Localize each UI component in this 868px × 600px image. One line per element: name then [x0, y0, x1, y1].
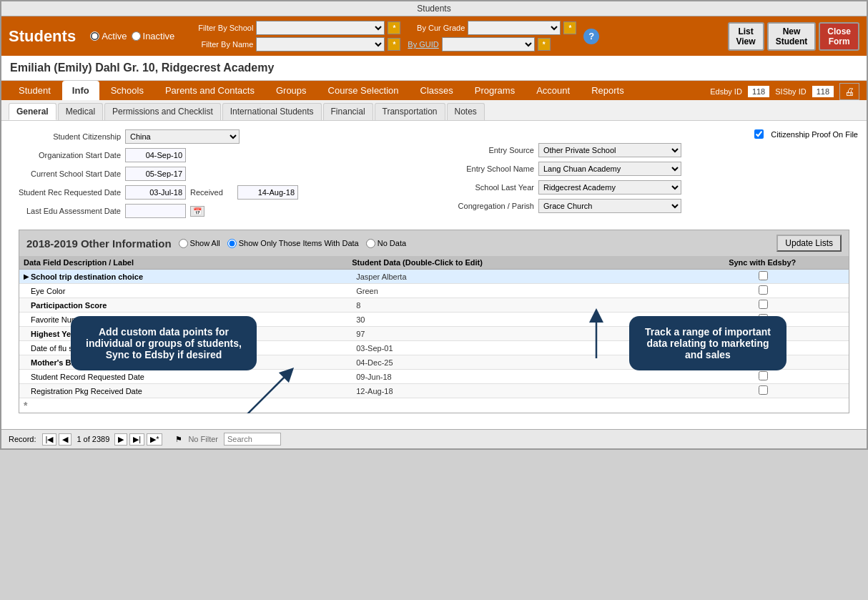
- subtab-international[interactable]: International Students: [222, 103, 322, 120]
- citizenship-label: Student Citizenship: [10, 132, 121, 141]
- org-start-input[interactable]: [125, 148, 186, 162]
- guid-row: By GUID *: [408, 37, 576, 51]
- new-student-button[interactable]: NewStudent: [767, 22, 817, 51]
- filter-icon: ⚑: [175, 435, 182, 444]
- rec-requested-input[interactable]: [125, 185, 186, 200]
- active-radio-label[interactable]: Active: [90, 31, 127, 41]
- sync-checkbox[interactable]: [759, 271, 768, 280]
- sub-tabs: General Medical Permissions and Checklis…: [1, 100, 867, 121]
- callout-right: Track a range of important data relating…: [629, 316, 786, 370]
- show-only-radio[interactable]: [227, 239, 237, 248]
- table-row[interactable]: Student Record Requested Date 09-Jun-18: [19, 370, 849, 384]
- show-only-radio-label[interactable]: Show Only Those Items With Data: [227, 239, 359, 248]
- nav-new-button[interactable]: ▶*: [147, 433, 162, 446]
- subtab-transportation[interactable]: Transportation: [375, 103, 445, 120]
- title-bar: Students: [1, 1, 867, 16]
- close-form-button[interactable]: CloseForm: [819, 22, 859, 51]
- row-value: 09-Jun-18: [356, 373, 681, 381]
- received-input[interactable]: [237, 185, 298, 200]
- filter-school-select[interactable]: [256, 21, 385, 35]
- no-filter-label: No Filter: [188, 435, 218, 443]
- title-bar-text: Students: [417, 4, 450, 14]
- citizenship-proof-checkbox[interactable]: [754, 129, 764, 139]
- tab-info[interactable]: Info: [62, 81, 99, 100]
- org-start-row: Organization Start Date: [10, 148, 427, 162]
- citizenship-select[interactable]: China: [125, 129, 240, 144]
- filter-name-select[interactable]: [256, 37, 385, 51]
- list-view-button[interactable]: ListView: [728, 22, 764, 51]
- nav-prev-button[interactable]: ◀: [59, 433, 71, 446]
- sisby-id-label: SISby ID: [775, 87, 806, 96]
- nav-last-button[interactable]: ▶|: [129, 433, 144, 446]
- grade-btn[interactable]: *: [563, 21, 576, 34]
- rec-requested-row: Student Rec Requested Date Received: [10, 185, 427, 200]
- received-label: Received: [190, 188, 233, 197]
- last-edu-input[interactable]: [125, 204, 186, 218]
- school-last-year-row: School Last Year Ridgecrest Academy: [441, 180, 858, 195]
- record-current: 1 of 2389: [77, 435, 109, 443]
- tab-parents[interactable]: Parents and Contacts: [155, 81, 265, 100]
- form-area: Student Citizenship China Organization S…: [1, 121, 867, 429]
- entry-school-select[interactable]: Lang Chuan Academy: [538, 162, 681, 176]
- app-title: Students: [9, 27, 76, 46]
- last-edu-label: Last Edu Assessment Date: [10, 207, 121, 215]
- sync-checkbox[interactable]: [759, 285, 768, 295]
- no-data-radio-label[interactable]: No Data: [366, 239, 406, 248]
- tab-account[interactable]: Account: [526, 81, 580, 100]
- tab-student[interactable]: Student: [9, 81, 61, 100]
- by-guid-link[interactable]: By GUID: [408, 40, 438, 49]
- subtab-financial[interactable]: Financial: [323, 103, 373, 120]
- help-button[interactable]: ?: [583, 29, 599, 44]
- current-school-label: Current School Start Date: [10, 169, 121, 178]
- filter-name-label: Filter By Name: [189, 40, 253, 49]
- nav-first-button[interactable]: |◀: [42, 433, 57, 446]
- inactive-radio-label[interactable]: Inactive: [132, 31, 175, 41]
- entry-source-select[interactable]: Other Private School: [538, 143, 681, 157]
- other-info-title: 2018-2019 Other Information: [26, 237, 172, 250]
- row-value: Green: [356, 287, 681, 295]
- school-last-year-select[interactable]: Ridgecrest Academy: [538, 180, 681, 195]
- filter-name-btn[interactable]: *: [388, 38, 400, 51]
- table-row[interactable]: Participaction Score 8: [19, 298, 849, 313]
- no-data-radio[interactable]: [366, 239, 375, 248]
- subtab-notes[interactable]: Notes: [447, 103, 485, 120]
- sync-checkbox[interactable]: [759, 371, 768, 380]
- tab-reports[interactable]: Reports: [581, 81, 634, 100]
- filter-school-btn[interactable]: *: [388, 21, 400, 34]
- row-value: Jasper Alberta: [356, 272, 681, 281]
- grade-select[interactable]: [468, 21, 561, 35]
- update-lists-button[interactable]: Update Lists: [776, 235, 842, 252]
- subtab-medical[interactable]: Medical: [58, 103, 103, 120]
- guid-btn[interactable]: *: [538, 38, 551, 51]
- sync-checkbox[interactable]: [759, 300, 768, 309]
- show-all-radio-label[interactable]: Show All: [179, 239, 220, 248]
- print-icon[interactable]: 🖨: [839, 83, 859, 100]
- table-row[interactable]: Registration Pkg Received Date 12-Aug-18: [19, 384, 849, 398]
- calendar-button[interactable]: 📅: [190, 206, 204, 217]
- tab-programs[interactable]: Programs: [465, 81, 525, 100]
- tab-groups[interactable]: Groups: [266, 81, 317, 100]
- congregation-label: Congregation / Parish: [441, 202, 534, 210]
- citizenship-row: Student Citizenship China: [10, 129, 427, 144]
- active-radio[interactable]: [90, 31, 99, 41]
- show-all-radio[interactable]: [179, 239, 188, 248]
- congregation-select[interactable]: Grace Church: [538, 199, 681, 213]
- tab-course-selection[interactable]: Course Selection: [318, 81, 409, 100]
- row-label: Registration Pkg Received Date: [31, 387, 356, 395]
- current-school-input[interactable]: [125, 167, 186, 181]
- table-row[interactable]: Eye Color Green: [19, 284, 849, 298]
- inactive-radio[interactable]: [132, 31, 141, 41]
- sync-checkbox[interactable]: [759, 385, 768, 395]
- subtab-general[interactable]: General: [9, 103, 56, 120]
- nav-next-button[interactable]: ▶: [114, 433, 127, 446]
- citizenship-proof-label: Citizenship Proof On File: [771, 130, 858, 139]
- guid-select[interactable]: [442, 37, 535, 51]
- search-input[interactable]: [224, 433, 281, 446]
- tab-classes[interactable]: Classes: [410, 81, 463, 100]
- table-row[interactable]: ▶ School trip destination choice Jasper …: [19, 270, 849, 284]
- tab-schools[interactable]: Schools: [101, 81, 154, 100]
- row-label: Student Record Requested Date: [31, 373, 356, 381]
- subtab-permissions[interactable]: Permissions and Checklist: [104, 103, 221, 120]
- new-row: *: [19, 398, 849, 413]
- edsby-id-value: 118: [748, 86, 769, 97]
